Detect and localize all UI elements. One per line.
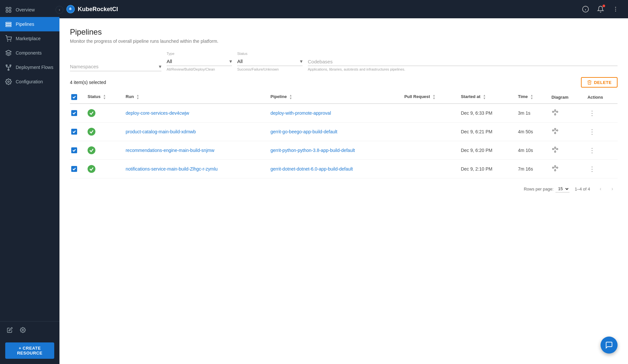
col-header-run: Run ▲▼ [122,91,266,104]
type-chevron-icon: ▾ [229,58,232,64]
sidebar-nav: Overview Pipelines Marketplace [0,0,59,321]
namespace-value: Namespaces [70,64,157,69]
edit-icon-button[interactable] [5,325,14,335]
svg-rect-6 [6,25,11,26]
run-link[interactable]: deploy-core-services-dev4cwjw [125,110,189,116]
sidebar-collapse-button[interactable]: ‹ [56,6,63,14]
svg-rect-45 [554,165,556,167]
delete-button[interactable]: DELETE [581,77,618,88]
chat-fab-button[interactable] [601,337,618,354]
rows-per-page-select[interactable]: 15 25 50 [555,185,570,192]
run-sort-icon[interactable]: ▲▼ [136,94,139,100]
svg-rect-37 [554,147,556,148]
settings-icon-button[interactable] [18,325,27,335]
run-link[interactable]: notifications-service-main-build-Zlhgc-r… [125,166,218,172]
col-header-pull-request: Pull Request ▲▼ [400,91,457,104]
sidebar-item-marketplace[interactable]: Marketplace [0,31,59,46]
svg-point-8 [10,41,11,41]
pipeline-link[interactable]: gerrit-dotnet-dotnet-6.0-app-build-defau… [271,166,353,172]
diagram-icon-button[interactable] [552,148,559,155]
time-sort-icon[interactable]: ▲▼ [530,94,533,100]
sidebar-item-deployment-flows[interactable]: Deployment Flows [0,60,59,74]
select-all-checkbox[interactable] [71,94,77,100]
sidebar-item-pipelines[interactable]: Pipelines [0,17,59,31]
svg-rect-36 [556,148,558,150]
col-header-pipeline: Pipeline ▲▼ [267,91,401,104]
type-filter: Type All ▾ All/Review/Build/Deploy/Clean [167,52,232,71]
svg-rect-19 [552,111,554,112]
next-page-button[interactable]: › [607,184,618,194]
page-info: 1–4 of 4 [575,187,590,191]
delete-icon [587,80,592,85]
svg-rect-44 [556,167,558,168]
notification-badge [603,5,605,7]
status-success-icon [88,165,95,173]
svg-rect-27 [552,130,554,131]
type-hint: All/Review/Build/Deploy/Clean [167,67,232,71]
status-select[interactable]: All ▾ [237,57,303,66]
svg-point-7 [8,41,8,41]
type-value: All [167,58,228,64]
sidebar-item-overview[interactable]: Overview [0,3,59,17]
namespace-chevron-icon: ▾ [159,63,161,70]
svg-point-10 [8,81,9,83]
row-more-actions-button[interactable]: ⋮ [587,164,597,174]
table-actions-row: 4 item(s) selected DELETE [70,77,618,88]
status-success-icon [88,146,95,154]
row-more-actions-button[interactable]: ⋮ [587,108,597,118]
col-header-started-at: Started at ▲▼ [457,91,514,104]
started-at-sort-icon[interactable]: ▲▼ [483,94,486,100]
sidebar-item-components[interactable]: Components [0,46,59,60]
row-checkbox-1[interactable] [71,129,77,135]
codebases-placeholder: Codebases [308,59,618,64]
row-more-actions-button[interactable]: ⋮ [587,145,597,156]
pull-request-cell [400,141,457,160]
time-cell: 4m 50s [514,123,547,141]
pull-request-sort-icon[interactable]: ▲▼ [433,94,436,100]
more-menu-button[interactable] [610,3,621,15]
table-row: recommendations-engine-main-build-snjmw … [70,141,618,160]
pipeline-link[interactable]: gerrit-python-python-3.8-app-build-defau… [271,148,355,153]
row-checkbox-0[interactable] [71,110,77,116]
sidebar-item-label-components: Components [16,50,41,56]
col-header-status: Status ▲▼ [84,91,122,104]
run-link[interactable]: recommendations-engine-main-build-snjmw [125,148,214,153]
time-cell: 3m 1s [514,104,547,123]
sidebar-item-label-deployment-flows: Deployment Flows [16,65,53,70]
grid-icon [5,7,12,13]
row-checkbox-2[interactable] [71,147,77,153]
prev-page-button[interactable]: ‹ [595,184,606,194]
pipeline-link[interactable]: gerrit-go-beego-app-build-default [271,129,338,134]
type-select[interactable]: All ▾ [167,57,232,66]
sidebar-item-configuration[interactable]: Configuration [0,74,59,89]
diagram-icon-button[interactable] [552,167,559,173]
namespace-select[interactable]: Namespaces ▾ [70,62,161,71]
row-checkbox-3[interactable] [71,166,77,172]
svg-rect-38 [554,151,556,152]
svg-point-18 [615,11,616,12]
sidebar-item-label-configuration: Configuration [16,79,43,84]
filters-row: Namespaces ▾ Type All ▾ All/Review/Build… [70,52,618,71]
status-hint: Success/Failure/Unknown [237,67,303,71]
svg-rect-30 [554,132,556,134]
create-resource-button[interactable]: + CREATE RESOURCE [5,342,54,359]
pipeline-sort-icon[interactable]: ▲▼ [289,94,292,100]
run-link[interactable]: product-catalog-main-build-xdmwb [125,129,196,134]
status-chevron-icon: ▾ [300,58,303,64]
status-sort-icon[interactable]: ▲▼ [103,94,106,100]
page-subtitle: Monitor the progress of overall pipeline… [70,39,618,44]
notifications-icon-button[interactable] [595,3,606,15]
svg-point-17 [615,9,616,10]
info-icon-button[interactable] [580,3,591,15]
diagram-icon-button[interactable] [552,129,559,136]
status-success-icon [88,128,95,136]
svg-rect-21 [554,109,556,111]
pull-request-cell [400,160,457,178]
table-row: deploy-core-services-dev4cwjw deploy-wit… [70,104,618,123]
page-nav: ‹ › [595,184,618,194]
codebases-select[interactable]: Codebases [308,58,618,66]
row-more-actions-button[interactable]: ⋮ [587,126,597,137]
diagram-icon-button[interactable] [552,111,559,117]
pipeline-link[interactable]: deploy-with-promote-approval [271,110,331,116]
app-name: KubeRocketCI [78,6,118,13]
